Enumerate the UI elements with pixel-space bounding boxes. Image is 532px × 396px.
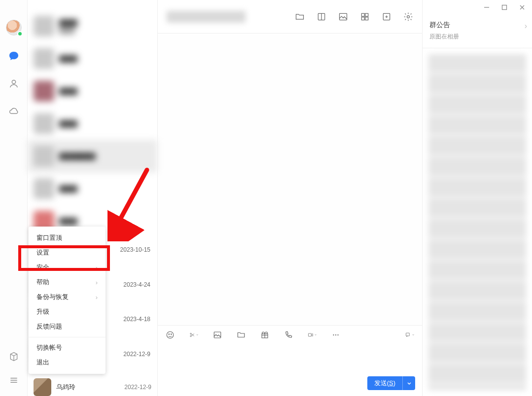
context-menu: 窗口置顶 设置 安全› 帮助› 备份与恢复› 升级 反馈问题 切换帐号 退出 — [29, 227, 106, 374]
chevron-right-icon: › — [96, 294, 98, 301]
nav-rail — [0, 0, 28, 396]
svg-point-11 — [171, 333, 172, 334]
chat-item-name: 乌鸡玲 — [56, 383, 75, 392]
image-icon[interactable] — [338, 12, 348, 22]
emoji-icon[interactable] — [166, 330, 175, 339]
svg-point-19 — [337, 334, 338, 335]
chat-item-date: 2023-4-18 — [123, 316, 150, 323]
svg-point-17 — [333, 334, 334, 335]
chat-item-date: 2023-10-15 — [120, 246, 150, 253]
svg-rect-14 — [214, 332, 221, 338]
menu-item-help[interactable]: 帮助› — [29, 275, 106, 290]
menu-item-switch-account[interactable]: 切换帐号 — [29, 340, 106, 355]
svg-point-0 — [12, 80, 15, 84]
svg-rect-6 — [365, 17, 368, 20]
nav-cloud-icon[interactable] — [7, 104, 21, 118]
chat-item-date: 2022-12-9 — [124, 384, 151, 391]
chevron-right-icon: › — [96, 279, 98, 286]
scissors-icon[interactable] — [189, 330, 198, 339]
nav-contacts-icon[interactable] — [7, 77, 21, 91]
chat-item[interactable]: 乌鸡玲 2022-12-9 — [28, 378, 157, 396]
menu-item-settings[interactable]: 设置 — [29, 245, 106, 260]
window-minimize-icon[interactable] — [484, 4, 490, 10]
compose-folder-icon[interactable] — [237, 330, 246, 339]
group-announcement[interactable]: 群公告 原图在相册 › — [423, 15, 532, 48]
svg-point-9 — [167, 331, 174, 338]
folder-icon[interactable] — [295, 12, 305, 22]
picture-icon[interactable] — [213, 330, 222, 339]
menu-item-exit[interactable]: 退出 — [29, 355, 106, 370]
chat-item-date: 2023-4-24 — [123, 281, 150, 288]
gift-icon[interactable] — [260, 330, 269, 339]
member-list[interactable] — [428, 54, 526, 390]
svg-rect-5 — [361, 17, 364, 20]
book-icon[interactable] — [317, 12, 326, 22]
compose-input[interactable]: 发送(S) — [158, 344, 422, 396]
right-panel: 群公告 原图在相册 › — [423, 0, 532, 396]
chevron-right-icon: › — [525, 22, 527, 31]
svg-rect-2 — [340, 13, 347, 20]
nav-cube-icon[interactable] — [7, 350, 21, 363]
phone-icon[interactable] — [284, 330, 293, 339]
chevron-right-icon: › — [96, 264, 98, 271]
nav-menu-icon[interactable] — [7, 373, 21, 387]
svg-rect-3 — [361, 13, 364, 16]
announcement-subtitle: 原图在相册 — [429, 33, 525, 41]
avatar[interactable] — [6, 20, 22, 35]
gear-icon[interactable] — [403, 12, 413, 22]
window-maximize-icon[interactable] — [501, 4, 507, 10]
svg-rect-20 — [406, 333, 409, 336]
add-icon[interactable] — [382, 12, 391, 22]
svg-rect-21 — [502, 5, 507, 10]
conversation-pane: 发送(S) — [158, 0, 423, 396]
announcement-title: 群公告 — [429, 21, 525, 30]
more-icon[interactable] — [331, 330, 340, 339]
svg-rect-4 — [365, 13, 368, 16]
send-dropdown[interactable] — [402, 376, 415, 390]
message-area[interactable] — [158, 33, 422, 325]
menu-item-pin-top[interactable]: 窗口置顶 — [29, 231, 106, 245]
compose-toolbar — [158, 325, 422, 344]
svg-point-18 — [335, 334, 336, 335]
chat-item-date: 2022-12-9 — [123, 351, 150, 358]
chat-item-avatar — [34, 378, 51, 396]
video-icon[interactable] — [308, 330, 317, 339]
status-online-dot — [17, 31, 23, 36]
svg-rect-16 — [308, 333, 311, 336]
menu-item-backup[interactable]: 备份与恢复› — [29, 290, 106, 304]
menu-item-feedback[interactable]: 反馈问题 — [29, 319, 106, 334]
svg-point-8 — [407, 15, 410, 18]
conversation-title — [167, 11, 246, 23]
history-icon[interactable] — [405, 330, 414, 339]
send-button[interactable]: 发送(S) — [367, 376, 402, 390]
nav-chat-icon[interactable] — [7, 49, 21, 63]
apps-icon[interactable] — [360, 12, 370, 22]
menu-item-upgrade[interactable]: 升级 — [29, 304, 106, 319]
window-close-icon[interactable] — [519, 4, 525, 10]
menu-item-security[interactable]: 安全› — [29, 260, 106, 275]
svg-point-10 — [169, 333, 170, 334]
